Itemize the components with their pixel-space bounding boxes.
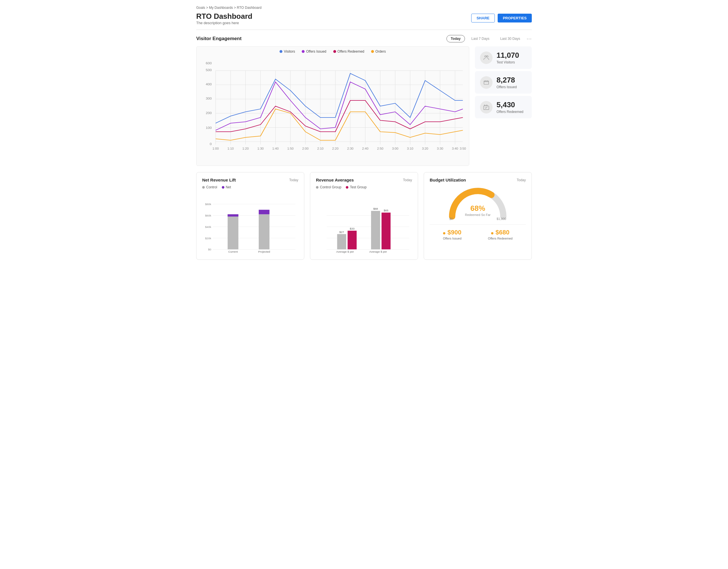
- svg-text:1:40: 1:40: [272, 147, 279, 150]
- line-chart-svg: 0 100 200 300 400 500 600 1:00 1:10 1:20…: [199, 56, 466, 159]
- header-divider: [196, 30, 532, 30]
- svg-text:500: 500: [206, 68, 212, 72]
- svg-text:$65: $65: [384, 209, 388, 212]
- legend-dot-offers-redeemed: [333, 50, 336, 53]
- legend-offers-issued: Offers Issued: [302, 49, 326, 53]
- legend-offers-redeemed: Offers Redeemed: [333, 49, 365, 53]
- gauge-svg: 68% Redeemed So Far: [446, 185, 509, 219]
- gauge-bottom-stats: $900 Offers Issued $680 Offers Redeemed: [430, 224, 526, 240]
- legend-dot-control: [202, 186, 205, 189]
- page-subtitle: The description goes here: [196, 21, 252, 25]
- svg-text:Average $ per: Average $ per: [336, 250, 354, 253]
- svg-text:68%: 68%: [470, 204, 485, 212]
- svg-text:2:20: 2:20: [332, 147, 338, 150]
- share-button[interactable]: SHARE: [471, 14, 495, 22]
- svg-text:$33: $33: [350, 227, 355, 230]
- svg-text:$40k: $40k: [205, 225, 211, 228]
- filter-today[interactable]: Today: [446, 35, 465, 42]
- svg-text:Redeemed So Far: Redeemed So Far: [465, 213, 491, 216]
- revenue-averages-title: Revenue Averages: [316, 177, 354, 182]
- svg-text:$27: $27: [339, 230, 344, 233]
- svg-rect-50: [484, 81, 489, 84]
- gauge-max-label: $1,000: [497, 217, 506, 220]
- svg-text:1:20: 1:20: [242, 147, 249, 150]
- offers-redeemed-icon: [480, 101, 493, 113]
- svg-text:2:50: 2:50: [377, 147, 383, 150]
- bar-order-control: [371, 211, 380, 249]
- visitor-engagement-chart: Visitors Offers Issued Offers Redeemed O…: [196, 46, 469, 166]
- svg-text:1:30: 1:30: [257, 147, 264, 150]
- bar-current-net: [227, 214, 238, 216]
- visitors-label: Test Visitors: [497, 60, 519, 64]
- svg-text:1:50: 1:50: [287, 147, 293, 150]
- offers-issued-label: Offers Issued: [497, 85, 517, 89]
- gauge-dot-issued: [443, 232, 445, 234]
- svg-text:Average $ per: Average $ per: [369, 250, 387, 253]
- bar-visitor-test: [348, 231, 357, 249]
- svg-text:2:40: 2:40: [362, 147, 368, 150]
- net-revenue-legend-control: Control: [202, 185, 217, 189]
- revenue-averages-panel: Revenue Averages Today Control Group Tes…: [310, 172, 418, 260]
- page-title: RTO Dashboard: [196, 12, 252, 21]
- legend-dot-visitors: [280, 50, 282, 53]
- gauge-axis-labels: $0 $1,000: [449, 217, 506, 220]
- legend-dot-test-group: [346, 186, 348, 189]
- revenue-averages-chart-svg: $27 $33 $68 $65 Average $ per Visitor Av…: [316, 194, 412, 253]
- gauge-min-label: $0: [449, 217, 453, 220]
- svg-text:Current: Current: [228, 250, 238, 253]
- legend-dot-offers-issued: [302, 50, 305, 53]
- svg-text:3:30: 3:30: [437, 147, 443, 150]
- svg-text:3:50: 3:50: [460, 147, 466, 150]
- svg-text:300: 300: [206, 97, 212, 100]
- gauge-wrap: 68% Redeemed So Far $0 $1,000 $900 Offer…: [430, 185, 526, 240]
- properties-button[interactable]: PROPERTIES: [498, 14, 532, 22]
- budget-utilization-time: Today: [517, 178, 526, 182]
- legend-dot-net: [222, 186, 224, 189]
- gauge-issued-value: $900: [448, 229, 462, 236]
- svg-text:2:00: 2:00: [302, 147, 309, 150]
- svg-text:600: 600: [206, 61, 212, 65]
- bar-order-test: [382, 212, 391, 249]
- svg-text:$80k: $80k: [205, 202, 211, 206]
- svg-text:400: 400: [206, 82, 212, 86]
- stats-panel: 11,070 Test Visitors 8,278 Offers Issued: [475, 46, 532, 166]
- time-filter-group: Today Last 7 Days Last 30 Days ···: [446, 35, 532, 42]
- net-revenue-legend-net: Net: [222, 185, 231, 189]
- svg-point-49: [487, 55, 488, 57]
- offers-issued-icon: [480, 76, 493, 89]
- rev-avg-legend-control: Control Group: [316, 185, 341, 189]
- stat-card-offers-redeemed: 5,430 Offers Redeemed: [475, 96, 532, 118]
- filter-30days[interactable]: Last 30 Days: [496, 35, 524, 42]
- net-revenue-time: Today: [289, 178, 298, 182]
- svg-text:3:00: 3:00: [392, 147, 398, 150]
- svg-text:$68: $68: [373, 207, 378, 210]
- filter-7days[interactable]: Last 7 Days: [467, 35, 494, 42]
- offers-redeemed-label: Offers Redeemed: [497, 110, 524, 114]
- legend-visitors: Visitors: [280, 49, 295, 53]
- bar-visitor-control: [337, 234, 346, 249]
- gauge-stat-redeemed: $680 Offers Redeemed: [488, 229, 513, 240]
- svg-text:$0: $0: [208, 248, 212, 251]
- stat-card-offers-issued: 8,278 Offers Issued: [475, 71, 532, 94]
- bar-projected-control: [259, 214, 270, 249]
- offers-issued-value: 8,278: [497, 76, 517, 84]
- svg-text:$60k: $60k: [205, 214, 211, 217]
- svg-text:1:10: 1:10: [227, 147, 234, 150]
- visitors-icon: [480, 51, 493, 64]
- more-options-button[interactable]: ···: [527, 36, 532, 42]
- budget-utilization-title: Budget Utilization: [430, 177, 466, 182]
- svg-text:3:40: 3:40: [452, 147, 458, 150]
- svg-text:100: 100: [206, 126, 212, 130]
- svg-text:200: 200: [206, 111, 212, 115]
- offers-redeemed-value: 5,430: [497, 100, 524, 109]
- gauge-issued-label: Offers Issued: [443, 237, 462, 240]
- svg-text:2:10: 2:10: [317, 147, 323, 150]
- svg-text:0: 0: [210, 142, 212, 146]
- line-chart-svg-wrapper: 0 100 200 300 400 500 600 1:00 1:10 1:20…: [199, 56, 466, 159]
- rev-avg-legend-test: Test Group: [346, 185, 367, 189]
- budget-utilization-panel: Budget Utilization Today 68% Redeemed So…: [424, 172, 532, 260]
- gauge-stat-issued: $900 Offers Issued: [443, 229, 462, 240]
- bar-projected-net: [259, 210, 270, 214]
- gauge-redeemed-value: $680: [496, 229, 510, 236]
- revenue-averages-time: Today: [403, 178, 412, 182]
